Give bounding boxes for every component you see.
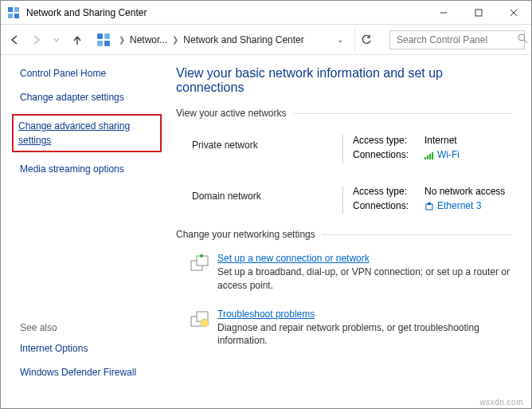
control-panel-home-link[interactable]: Control Panel Home bbox=[20, 68, 158, 79]
forward-button[interactable] bbox=[28, 32, 44, 48]
window-title: Network and Sharing Center bbox=[26, 7, 426, 18]
watermark: wsxdn.com bbox=[479, 398, 523, 407]
setup-connection-desc: Set up a broadband, dial-up, or VPN conn… bbox=[217, 265, 512, 293]
svg-rect-0 bbox=[8, 7, 13, 12]
network-name: Domain network bbox=[192, 186, 333, 214]
svg-point-12 bbox=[518, 34, 525, 41]
recent-dropdown[interactable] bbox=[49, 32, 65, 48]
svg-rect-8 bbox=[97, 33, 103, 39]
troubleshoot-desc: Diagnose and repair network problems, or… bbox=[217, 321, 512, 348]
ethernet-icon bbox=[424, 202, 434, 211]
svg-rect-2 bbox=[8, 14, 13, 18]
svg-rect-16 bbox=[429, 154, 431, 159]
svg-rect-15 bbox=[427, 155, 428, 159]
troubleshoot-item: Troubleshoot problems Diagnose and repai… bbox=[176, 304, 512, 360]
svg-rect-3 bbox=[14, 14, 19, 18]
ethernet-link[interactable]: Ethernet 3 bbox=[437, 200, 481, 211]
connections-label: Connections: bbox=[353, 200, 424, 211]
firewall-link[interactable]: Windows Defender Firewall bbox=[20, 365, 158, 380]
chevron-down-icon[interactable]: ⌄ bbox=[337, 35, 343, 44]
active-networks-label: View your active networks bbox=[176, 108, 512, 119]
change-settings-label: Change your networking settings bbox=[176, 229, 512, 240]
svg-rect-1 bbox=[14, 7, 19, 12]
close-button[interactable] bbox=[496, 1, 531, 24]
breadcrumb-item[interactable]: Networ... bbox=[130, 34, 167, 45]
search-icon[interactable] bbox=[518, 33, 528, 47]
change-adapter-link[interactable]: Change adapter settings bbox=[20, 90, 158, 104]
minimize-button[interactable] bbox=[426, 1, 461, 24]
access-type-value: Internet bbox=[424, 135, 512, 146]
change-advanced-sharing-link[interactable]: Change advanced sharing settings bbox=[12, 114, 162, 152]
breadcrumb-item[interactable]: Network and Sharing Center bbox=[183, 34, 303, 45]
breadcrumb[interactable]: ❯ Networ... ❯ Network and Sharing Center… bbox=[119, 34, 350, 45]
chevron-right-icon: ❯ bbox=[119, 35, 125, 44]
svg-rect-18 bbox=[426, 204, 432, 210]
window: Network and Sharing Center ❯ Networ... ❯… bbox=[0, 0, 532, 409]
svg-rect-10 bbox=[97, 41, 103, 46]
setup-connection-link[interactable]: Set up a new connection or network bbox=[217, 253, 512, 264]
toolbar: ❯ Networ... ❯ Network and Sharing Center… bbox=[1, 25, 531, 55]
svg-line-13 bbox=[524, 40, 527, 43]
network-row: Domain network Access type:No network ac… bbox=[176, 178, 512, 229]
see-also-label: See also bbox=[20, 322, 158, 333]
network-name: Private network bbox=[192, 135, 333, 163]
svg-point-24 bbox=[201, 319, 209, 327]
setup-connection-icon bbox=[189, 253, 211, 275]
svg-rect-11 bbox=[104, 41, 110, 46]
svg-rect-5 bbox=[475, 10, 482, 16]
network-row: Private network Access type:Internet Con… bbox=[176, 127, 512, 178]
breadcrumb-icon bbox=[96, 33, 111, 47]
svg-rect-19 bbox=[428, 203, 431, 205]
titlebar: Network and Sharing Center bbox=[1, 1, 531, 25]
svg-rect-9 bbox=[104, 33, 110, 39]
chevron-right-icon: ❯ bbox=[172, 35, 178, 44]
connections-label: Connections: bbox=[353, 149, 424, 160]
wifi-icon bbox=[424, 151, 434, 160]
access-type-label: Access type: bbox=[353, 135, 424, 146]
page-title: View your basic network information and … bbox=[176, 66, 512, 95]
main-content: View your basic network information and … bbox=[168, 55, 531, 397]
svg-rect-14 bbox=[424, 157, 426, 159]
app-icon bbox=[7, 6, 20, 19]
back-button[interactable] bbox=[7, 32, 23, 48]
wifi-link[interactable]: Wi-Fi bbox=[437, 149, 460, 160]
internet-options-link[interactable]: Internet Options bbox=[20, 341, 158, 356]
sidebar: Control Panel Home Change adapter settin… bbox=[1, 55, 168, 397]
maximize-button[interactable] bbox=[461, 1, 496, 24]
up-button[interactable] bbox=[69, 32, 85, 48]
troubleshoot-icon bbox=[189, 309, 211, 331]
media-streaming-link[interactable]: Media streaming options bbox=[20, 162, 158, 176]
search-input[interactable] bbox=[395, 33, 518, 46]
access-type-value: No network access bbox=[424, 186, 512, 197]
setup-connection-item: Set up a new connection or network Set u… bbox=[176, 248, 512, 304]
access-type-label: Access type: bbox=[353, 186, 424, 197]
troubleshoot-link[interactable]: Troubleshoot problems bbox=[217, 309, 512, 320]
svg-rect-17 bbox=[432, 152, 433, 159]
refresh-button[interactable] bbox=[354, 29, 377, 51]
search-box[interactable] bbox=[389, 30, 525, 49]
